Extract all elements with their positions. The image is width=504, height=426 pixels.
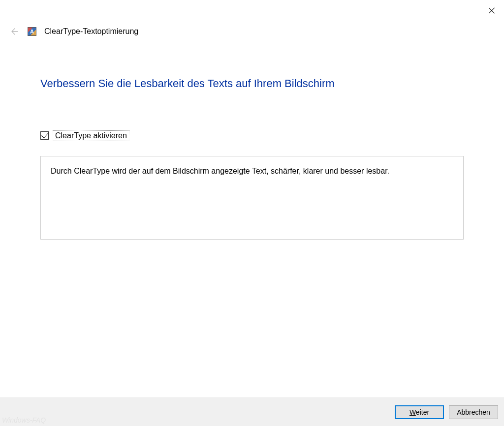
- main-content: Verbessern Sie die Lesbarkeit des Texts …: [0, 36, 504, 240]
- description-text: Durch ClearType wird der auf dem Bildsch…: [51, 165, 453, 178]
- next-button[interactable]: Weiter: [395, 405, 444, 419]
- next-label-rest: eiter: [416, 408, 429, 416]
- window-title: ClearType-Textoptimierung: [44, 27, 138, 36]
- enable-cleartype-label[interactable]: ClearType aktivieren: [53, 130, 129, 141]
- checkbox-label-text: learType aktivieren: [61, 131, 127, 140]
- wizard-header: A ClearType-Textoptimierung: [0, 0, 504, 36]
- close-icon[interactable]: [488, 7, 495, 14]
- cleartype-checkbox-row: ClearType aktivieren: [40, 130, 464, 141]
- wizard-footer: Weiter Abbrechen: [0, 397, 504, 426]
- cleartype-app-icon: A: [28, 27, 36, 36]
- cancel-button[interactable]: Abbrechen: [449, 405, 498, 419]
- enable-cleartype-checkbox[interactable]: [40, 131, 49, 140]
- page-heading: Verbessern Sie die Lesbarkeit des Texts …: [40, 77, 464, 91]
- description-box: Durch ClearType wird der auf dem Bildsch…: [40, 156, 464, 240]
- titlebar: [488, 0, 504, 20]
- next-accelerator: W: [410, 408, 416, 416]
- checkbox-accelerator: C: [55, 131, 61, 140]
- back-arrow-icon: [9, 27, 19, 36]
